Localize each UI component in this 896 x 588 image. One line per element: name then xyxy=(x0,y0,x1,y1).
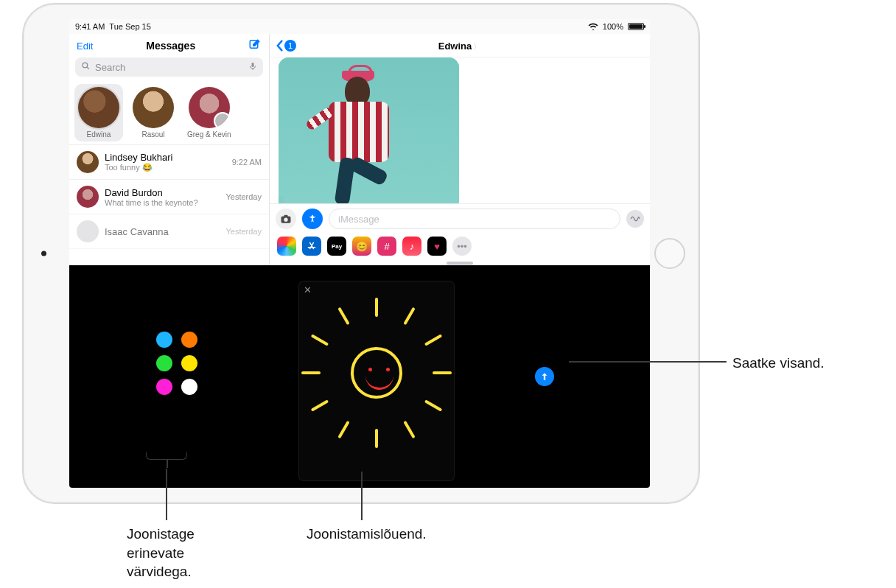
conversation-list: Lindsey Bukhari Too funny 😂 9:22 AM Davi… xyxy=(69,144,269,249)
conversation-pane: 1 Edwina〉 xyxy=(270,34,650,265)
compose-icon[interactable] xyxy=(248,38,262,54)
ipad-device-frame: 9:41 AM Tue Sep 15 100% Edit Messages xyxy=(22,3,700,504)
wifi-icon xyxy=(588,23,598,30)
tray-appstore-icon[interactable] xyxy=(302,237,321,256)
sidebar-title: Messages xyxy=(146,40,195,52)
conversation-header: 1 Edwina〉 xyxy=(270,34,650,57)
sidebar-search[interactable]: Search xyxy=(75,57,263,77)
edit-button[interactable]: Edit xyxy=(77,41,93,52)
pinned-contact-rasoul[interactable]: Rasoul xyxy=(133,87,174,139)
avatar xyxy=(78,87,119,128)
screen: 9:41 AM Tue Sep 15 100% Edit Messages xyxy=(69,19,650,488)
home-button[interactable] xyxy=(654,238,685,269)
audio-record-button[interactable] xyxy=(626,210,644,228)
avatar xyxy=(189,87,230,128)
avatar xyxy=(77,186,99,208)
pinned-label: Greg & Kevin xyxy=(187,130,231,139)
battery-icon xyxy=(628,23,644,30)
sketch-sun-drawing xyxy=(351,347,402,399)
close-icon[interactable]: ✕ xyxy=(304,284,312,295)
tray-more-icon[interactable]: ••• xyxy=(452,237,472,256)
unread-badge: 1 xyxy=(284,40,296,52)
conv-time: 9:22 AM xyxy=(232,158,262,167)
status-date: Tue Sep 15 xyxy=(109,22,150,31)
tray-memoji-icon[interactable]: 😊 xyxy=(352,237,371,256)
drawer-grabber[interactable] xyxy=(447,262,473,265)
svg-rect-5 xyxy=(284,214,287,217)
tray-hashtag-icon[interactable]: # xyxy=(377,237,396,256)
appstore-button[interactable] xyxy=(302,209,323,229)
list-item[interactable]: David Burdon What time is the keynote? Y… xyxy=(69,180,269,214)
avatar xyxy=(133,87,174,128)
sidebar-header: Edit Messages xyxy=(69,34,269,57)
tray-applepay-icon[interactable]: Pay xyxy=(327,237,346,256)
callout-line xyxy=(569,361,727,363)
color-swatch-red[interactable] xyxy=(181,308,197,324)
chat-body[interactable] xyxy=(270,57,650,203)
pinned-label: Rasoul xyxy=(141,130,164,139)
sketch-canvas[interactable]: ✕ xyxy=(299,281,454,480)
tray-photos-icon[interactable] xyxy=(277,237,296,256)
list-item[interactable]: Isaac Cavanna Yesterday xyxy=(69,214,269,249)
received-photo-message[interactable] xyxy=(279,57,459,203)
message-input-row: iMessage xyxy=(270,203,650,234)
message-placeholder: iMessage xyxy=(338,214,379,225)
conv-name: David Burdon xyxy=(105,187,220,198)
callout-line xyxy=(166,469,167,520)
color-swatch-yellow[interactable] xyxy=(181,355,197,371)
svg-rect-2 xyxy=(252,63,254,67)
messages-sidebar: Edit Messages Search xyxy=(69,34,270,265)
conv-name: Lindsey Bukhari xyxy=(105,152,226,163)
front-camera-dot xyxy=(41,251,46,256)
camera-button[interactable] xyxy=(276,209,296,229)
dictation-icon[interactable] xyxy=(248,61,257,74)
imessage-app-tray: Pay 😊 # ♪ ♥ ••• xyxy=(270,234,650,260)
callout-canvas: Joonistamislõuend. xyxy=(307,525,427,544)
conversation-title[interactable]: Edwina〉 xyxy=(438,39,482,52)
battery-percent: 100% xyxy=(603,22,623,31)
pinned-label: Edwina xyxy=(87,130,111,139)
search-icon xyxy=(81,61,91,73)
color-swatch-green[interactable] xyxy=(156,355,172,371)
chevron-right-icon: 〉 xyxy=(473,42,481,51)
message-input[interactable]: iMessage xyxy=(329,209,620,229)
conv-preview: Too funny 😂 xyxy=(105,163,226,172)
pinned-contact-edwina[interactable]: Edwina xyxy=(74,84,123,141)
svg-point-4 xyxy=(284,217,287,221)
conv-preview: What time is the keynote? xyxy=(105,198,220,207)
messages-upper: Edit Messages Search xyxy=(69,34,650,265)
pinned-contact-greg-kevin[interactable]: Greg & Kevin xyxy=(187,87,231,139)
tray-digitaltouch-icon[interactable]: ♥ xyxy=(427,237,447,256)
search-placeholder: Search xyxy=(95,62,244,73)
status-bar: 9:41 AM Tue Sep 15 100% xyxy=(69,19,650,34)
status-time: 9:41 AM xyxy=(75,22,105,31)
list-item[interactable]: Lindsey Bukhari Too funny 😂 9:22 AM xyxy=(69,145,269,180)
avatar xyxy=(77,220,99,242)
callout-line xyxy=(361,472,363,520)
color-swatch-white[interactable] xyxy=(181,379,197,395)
send-sketch-button[interactable] xyxy=(535,367,554,386)
callout-colors: Joonistage erinevate värvidega. xyxy=(127,525,195,581)
color-swatch-orange[interactable] xyxy=(181,332,197,348)
callout-brace xyxy=(146,452,187,460)
svg-point-1 xyxy=(83,63,88,68)
callout-send: Saatke visand. xyxy=(732,354,825,373)
avatar xyxy=(77,151,99,173)
pinned-row: Edwina Rasoul Greg & Kevin xyxy=(69,81,269,144)
tray-music-icon[interactable]: ♪ xyxy=(402,237,421,256)
conv-time: Yesterday xyxy=(225,192,262,201)
conv-name: Isaac Cavanna xyxy=(105,226,220,237)
color-palette xyxy=(156,308,199,395)
conv-time: Yesterday xyxy=(225,227,262,236)
color-swatch-blue[interactable] xyxy=(156,332,172,348)
photo-person xyxy=(315,69,411,203)
back-button[interactable]: 1 xyxy=(276,40,296,52)
color-swatch-magenta[interactable] xyxy=(156,379,172,395)
